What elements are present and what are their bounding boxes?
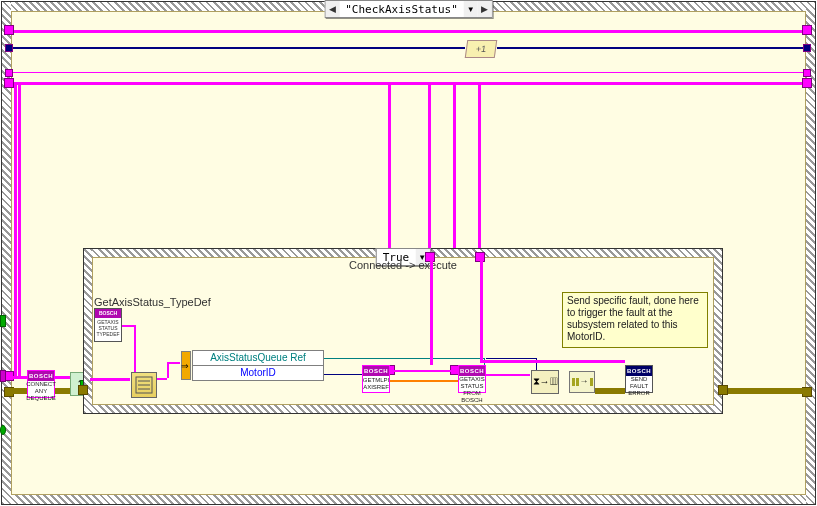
wire-typedef-a <box>122 325 134 327</box>
merge-errors-node: → <box>569 371 595 393</box>
wire-pink-bn1 <box>157 378 167 380</box>
wire-pink-a2 <box>14 82 17 378</box>
tunnel-left-pink-top <box>4 25 14 35</box>
wire-pink-a3 <box>18 82 388 85</box>
wire-pink-a5b <box>428 82 431 257</box>
comment-text: Send specific fault, done here to trigge… <box>567 295 699 342</box>
unbundle-row-1[interactable]: AxisStatusQueue Ref <box>193 351 323 366</box>
subvi-send-fault-header: BOSCH <box>626 366 652 376</box>
subvi-getaxis-from[interactable]: BOSCH GETAXIS STATUS FROM BOSCH <box>458 365 486 393</box>
wire-blue-motorid <box>324 374 362 375</box>
tunnel-right-pink-top <box>802 25 812 35</box>
case-next-button[interactable]: ▶ <box>478 1 492 17</box>
wire-orange-axisref <box>390 380 458 382</box>
tunnel-left-pink2 <box>4 78 14 88</box>
subvi-getaxis-from-header: BOSCH <box>459 366 485 376</box>
bundle-node <box>131 372 157 398</box>
wire-pink-a9 <box>478 82 803 85</box>
unbundle-by-name[interactable]: AxisStatusQueue Ref MotorID <box>192 350 324 381</box>
subvi-send-fault-body: SEND FAULT ERROR <box>626 376 652 397</box>
wire-pink-mlpi <box>390 370 458 372</box>
wire-pink-a1 <box>18 82 21 378</box>
tunnel-left-pinkthin <box>5 69 13 77</box>
wire-blue-status <box>486 358 536 359</box>
subvi-getmlpi-axisref[interactable]: BOSCH GETMLPI AXISREF <box>362 365 390 393</box>
tunnel-right-pinkthin <box>803 69 811 77</box>
unbundle-row-2[interactable]: MotorID <box>193 366 323 380</box>
terminal-green <box>0 315 6 327</box>
wire-pink-afterget <box>486 374 530 376</box>
wire-pink-thin <box>10 72 805 73</box>
inner-tunnel-error-in <box>78 385 88 395</box>
enqueue-icon: ⧗→▥ <box>533 376 558 388</box>
typedef-icon-body: GETAXIS STATUS TYPEDEF <box>95 318 121 338</box>
subvi-getmlpi-header: BOSCH <box>363 366 389 376</box>
wire-pink-bn2 <box>167 362 169 378</box>
wire-pink-a8 <box>478 82 481 257</box>
terminal-pink <box>0 370 6 382</box>
increment-node: +1 <box>465 40 498 58</box>
typedef-label: GetAxisStatus_TypeDef <box>94 296 211 308</box>
outer-case-selector[interactable]: ◀ "CheckAxisStatus" ▼ ▶ <box>324 0 493 18</box>
unbundle-grip-icon <box>181 351 191 380</box>
wire-pink-a5 <box>388 82 428 85</box>
wire-blue-top-right <box>497 47 805 49</box>
case-dropdown-icon[interactable]: ▼ <box>464 1 478 17</box>
typedef-icon-header: BOSCH <box>95 309 121 318</box>
case-prev-button[interactable]: ◀ <box>325 1 339 17</box>
tunnel-right-pink2 <box>802 78 812 88</box>
wire-pink-down2 <box>480 260 483 360</box>
comment-send-fault: Send specific fault, done here to trigge… <box>562 292 708 348</box>
wire-typedef-b <box>134 325 136 377</box>
wire-pink-short <box>10 376 27 379</box>
bundle-icon <box>135 376 153 394</box>
wire-pink-to-sendfault <box>480 360 625 363</box>
wire-pink-bn0 <box>90 378 130 381</box>
subvi-connect-dequeue-header: BOSCH <box>28 371 54 381</box>
inner-tunnel-error-out <box>718 385 728 395</box>
subvi-getmlpi-body: GETMLPI AXISREF <box>363 376 389 392</box>
outer-case-label: "CheckAxisStatus" <box>339 3 464 16</box>
enqueue-node: ⧗→▥ <box>531 370 559 394</box>
wire-teal-queue <box>324 358 484 359</box>
wire-pink-a5c <box>428 82 453 85</box>
subvi-connect-dequeue[interactable]: BOSCH CONNECT ANY DEQUEUE <box>27 370 55 398</box>
inner-case-caption: Connected -> execute <box>84 259 722 271</box>
loop-cond-terminal <box>0 425 6 435</box>
wire-pink-short2 <box>55 376 70 379</box>
subvi-getaxis-from-body: GETAXIS STATUS FROM BOSCH <box>459 376 485 404</box>
wire-err-merge-out <box>595 388 625 394</box>
subvi-connect-dequeue-body: CONNECT ANY DEQUEUE <box>28 381 54 402</box>
wire-pink-a7 <box>453 82 478 85</box>
merge-errors-icon: → <box>572 378 593 386</box>
wire-pink-bn3 <box>167 362 180 364</box>
tunnel-right-blue <box>803 44 811 52</box>
wire-blue-top <box>10 47 465 49</box>
tunnel-left-blue <box>5 44 13 52</box>
wire-pink-top <box>10 30 805 33</box>
subvi-send-fault[interactable]: BOSCH SEND FAULT ERROR <box>625 365 653 393</box>
wire-pink-down1 <box>430 260 433 365</box>
increment-label: +1 <box>475 44 487 54</box>
typedef-constant[interactable]: BOSCH GETAXIS STATUS TYPEDEF <box>94 308 122 342</box>
